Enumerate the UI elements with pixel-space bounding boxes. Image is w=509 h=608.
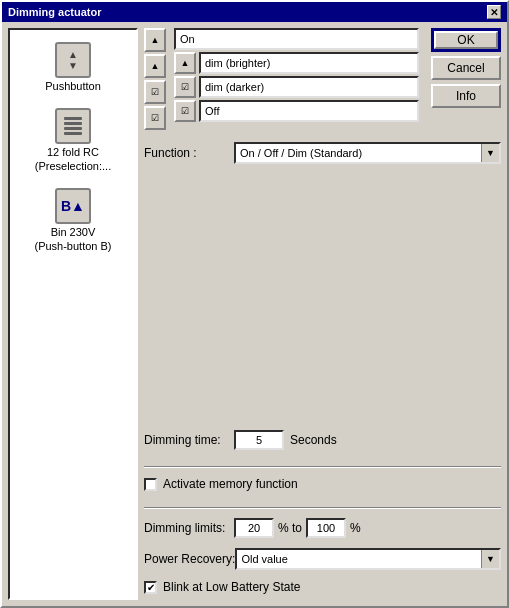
info-button[interactable]: Info xyxy=(431,84,501,108)
bin-icon: B▲ xyxy=(55,188,91,224)
function-label: Function : xyxy=(144,146,234,160)
function-section: Function : On / Off / Dim (Standard) ▼ xyxy=(144,142,501,170)
window-title: Dimming actuator xyxy=(8,6,102,18)
rc-line-2 xyxy=(64,122,82,125)
list-down-btn[interactable]: ▲ xyxy=(144,54,166,78)
list-up-btn[interactable]: ▲ xyxy=(144,28,166,52)
cancel-button[interactable]: Cancel xyxy=(431,56,501,80)
button-group: OK Cancel Info xyxy=(431,28,501,130)
ok-button[interactable]: OK xyxy=(431,28,501,52)
rc-label-line1: 12 fold RC xyxy=(47,146,99,158)
list-item-dim-brighter[interactable]: dim (brighter) xyxy=(199,52,419,74)
rc-line-3 xyxy=(64,127,82,130)
list-row-dim-darker: ☑ dim (darker) xyxy=(174,76,419,98)
list-check-btn[interactable]: ☑ xyxy=(144,80,166,104)
ok-inner: OK xyxy=(434,31,498,49)
spacer1 xyxy=(144,174,501,426)
bin-icon-text: B▲ xyxy=(61,198,85,214)
rc-icon xyxy=(55,108,91,144)
dimming-time-label: Dimming time: xyxy=(144,433,234,447)
power-recovery-value: Old value xyxy=(237,553,481,565)
dimming-limits-percent-to: % to xyxy=(278,521,302,535)
dimming-limits-label: Dimming limits: xyxy=(144,521,234,535)
divider1 xyxy=(144,466,501,467)
power-recovery-row: Power Recovery: Old value ▼ xyxy=(144,548,501,570)
device-bin[interactable]: B▲ Bin 230V (Push-button B) xyxy=(30,184,115,256)
rc-lines xyxy=(64,117,82,135)
list-row-dim-brighter: ▲ dim (brighter) xyxy=(174,52,419,74)
list-arrow-row2: ▲ xyxy=(144,54,166,78)
function-select-value: On / Off / Dim (Standard) xyxy=(236,147,481,159)
list-item-arrow-off[interactable]: ☑ xyxy=(174,100,196,122)
dimming-time-unit: Seconds xyxy=(290,433,337,447)
action-list: On ▲ dim (brighter) ☑ dim (darker) xyxy=(174,28,419,130)
list-arrow-row3: ☑ xyxy=(144,80,166,104)
dimming-limits-from[interactable]: 20 xyxy=(234,518,274,538)
dimming-time-row: Dimming time: 5 Seconds xyxy=(144,430,501,450)
list-item-arrow-brighter[interactable]: ▲ xyxy=(174,52,196,74)
dimming-limits-row: Dimming limits: 20 % to 100 % xyxy=(144,518,501,538)
list-arrow-row4: ☑ xyxy=(144,106,166,130)
dimming-time-input[interactable]: 5 xyxy=(234,430,284,450)
divider2 xyxy=(144,507,501,508)
function-select[interactable]: On / Off / Dim (Standard) ▼ xyxy=(234,142,501,164)
list-row-on: On xyxy=(174,28,419,50)
device-rc[interactable]: 12 fold RC (Preselection:... xyxy=(31,104,115,176)
dimming-limits-to[interactable]: 100 xyxy=(306,518,346,538)
rc-line-4 xyxy=(64,132,82,135)
blink-row: ✔ Blink at Low Battery State xyxy=(144,580,501,594)
blink-label: Blink at Low Battery State xyxy=(163,580,300,594)
title-bar: Dimming actuator ✕ xyxy=(2,2,507,22)
memory-function-label: Activate memory function xyxy=(163,477,298,491)
window-content: Pushbutton 12 fold RC (Preselection:... … xyxy=(2,22,507,606)
list-row-off: ☑ Off xyxy=(174,100,419,122)
list-item-off[interactable]: Off xyxy=(199,100,419,122)
device-pushbutton[interactable]: Pushbutton xyxy=(41,38,105,96)
blink-checkbox[interactable]: ✔ xyxy=(144,581,157,594)
main-window: Dimming actuator ✕ Pushbutton 12 fold RC xyxy=(0,0,509,608)
power-recovery-arrow[interactable]: ▼ xyxy=(481,550,499,568)
dimming-limits-percent: % xyxy=(350,521,361,535)
list-controls: ▲ ▲ ☑ ☑ xyxy=(144,28,166,130)
list-item-dim-darker[interactable]: dim (darker) xyxy=(199,76,419,98)
power-recovery-label: Power Recovery: xyxy=(144,552,235,566)
rc-label-line2: (Preselection:... xyxy=(35,160,111,172)
list-item-arrow-darker[interactable]: ☑ xyxy=(174,76,196,98)
bin-label-line2: (Push-button B) xyxy=(34,240,111,252)
device-list: Pushbutton 12 fold RC (Preselection:... … xyxy=(8,28,138,600)
list-check2-btn[interactable]: ☑ xyxy=(144,106,166,130)
bin-label-line1: Bin 230V xyxy=(51,226,96,238)
function-select-arrow[interactable]: ▼ xyxy=(481,144,499,162)
pushbutton-icon xyxy=(55,42,91,78)
list-item-on[interactable]: On xyxy=(174,28,419,50)
function-row: Function : On / Off / Dim (Standard) ▼ xyxy=(144,142,501,164)
top-right: ▲ ▲ ☑ ☑ On xyxy=(144,28,501,130)
pushbutton-label: Pushbutton xyxy=(45,80,101,92)
memory-function-row: Activate memory function xyxy=(144,477,501,491)
right-panel: ▲ ▲ ☑ ☑ On xyxy=(144,28,501,600)
close-button[interactable]: ✕ xyxy=(487,5,501,19)
list-arrow-row: ▲ xyxy=(144,28,166,52)
memory-function-checkbox[interactable] xyxy=(144,478,157,491)
power-recovery-select[interactable]: Old value ▼ xyxy=(235,548,501,570)
rc-line-1 xyxy=(64,117,82,120)
